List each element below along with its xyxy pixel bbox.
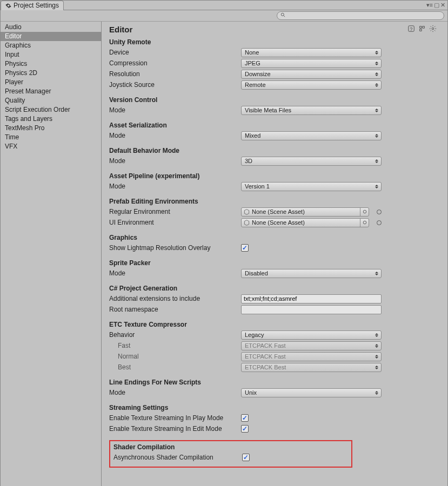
label-etc-behavior: Behavior [109,331,241,339]
section-default-behavior: Default Behavior Mode [109,147,440,154]
checkbox-stream-play[interactable] [241,414,249,422]
dropdown-value: Version 1 [245,183,270,190]
dropdown-lineendings-mode[interactable]: Unix [241,388,382,397]
chevron-updown-icon [375,109,379,112]
dropdown-behavior-mode[interactable]: 3D [241,157,382,166]
section-sprite-packer: Sprite Packer [109,259,440,267]
checkbox-stream-edit[interactable] [241,425,249,433]
checkbox-lightmap-overlay[interactable] [241,244,249,252]
highlight-shader-compilation: Shader Compilation Asynchronous Shader C… [109,440,352,468]
dropdown-value: ETCPACK Best [245,364,286,370]
checkbox-async-shader[interactable] [242,454,250,461]
sidebar-item-physics[interactable]: Physics [1,59,101,69]
search-input[interactable] [286,12,440,19]
label-stream-play: Enable Texture Streaming In Play Mode [109,414,241,422]
window-controls: ▾≡ ▢ ✕ [426,2,447,8]
dropdown-joystick[interactable]: Remote [241,80,382,90]
dropdown-etc-best task: ETCPACK Best [241,363,382,372]
chevron-updown-icon [375,72,379,76]
input-extensions[interactable] [241,294,382,303]
settings-panel: Editor ? Unity Remote Device None Compre… [102,22,447,486]
dropdown-resolution[interactable]: Downsize [241,70,382,79]
dropdown-vc-mode[interactable]: Visible Meta Files [241,106,382,115]
objectfield-regular-env[interactable]: None (Scene Asset) [241,207,369,217]
label-root-namespace: Root namespace [109,306,241,313]
chevron-updown-icon [375,159,379,163]
project-settings-window: Project Settings ▾≡ ▢ ✕ AudioEditorGraph… [0,0,448,486]
sidebar-item-vfx[interactable]: VFX [1,142,101,151]
presets-icon[interactable] [418,25,426,34]
dropdown-icon[interactable]: ▾≡ [426,2,433,8]
label-etc-best: Best [109,363,241,371]
object-picker-icon[interactable] [360,208,369,216]
unity-icon [244,209,250,215]
chevron-updown-icon [375,391,379,395]
objectfield-value: None (Scene Asset) [252,219,305,226]
dropdown-value: Disabled [245,270,268,276]
label-ui-env: UI Environment [109,219,241,226]
label-extensions: Additional extensions to include [109,295,241,302]
section-version-control: Version Control [109,96,440,104]
input-root-namespace[interactable] [241,305,382,314]
close-icon[interactable]: ✕ [440,2,445,8]
sidebar-item-player[interactable]: Player [1,78,101,87]
header-icons: ? [407,25,440,34]
dropdown-compression[interactable]: JPEG [241,59,382,68]
dropdown-value: ETCPACK Fast [245,353,286,360]
label-stream-edit: Enable Texture Streaming In Edit Mode [109,425,241,433]
label-resolution: Resolution [109,70,241,78]
clear-icon[interactable] [377,210,382,214]
clear-icon[interactable] [377,220,382,225]
maximize-icon[interactable]: ▢ [434,2,439,8]
label-serial-mode: Mode [109,132,241,139]
search-box[interactable] [277,11,444,20]
sidebar-item-physics-2d[interactable]: Physics 2D [1,69,101,78]
settings-icon[interactable] [429,25,437,34]
search-icon [280,12,286,19]
label-lightmap-overlay: Show Lightmap Resolution Overlay [109,244,241,252]
section-shader: Shader Compilation [113,443,348,451]
dropdown-value: Unix [245,389,257,396]
dropdown-pipeline-mode[interactable]: Version 1 [241,182,382,191]
dropdown-etc-behavior[interactable]: Legacy [241,330,382,340]
unity-icon [244,220,250,226]
sidebar-item-preset-manager[interactable]: Preset Manager [1,87,101,96]
dropdown-sprite-mode[interactable]: Disabled [241,269,382,278]
dropdown-value: Downsize [245,71,271,77]
dropdown-value: JPEG [245,60,260,66]
sidebar-item-quality[interactable]: Quality [1,96,101,105]
svg-point-4 [432,28,434,30]
sidebar-item-tags-and-layers[interactable]: Tags and Layers [1,114,101,124]
window-tab[interactable]: Project Settings [1,1,64,10]
sidebar-item-time[interactable]: Time [1,133,101,142]
label-sprite-mode: Mode [109,269,241,277]
chevron-updown-icon [375,185,379,188]
svg-point-5 [363,210,366,213]
sidebar-item-textmesh-pro[interactable]: TextMesh Pro [1,124,101,133]
sidebar-item-input[interactable]: Input [1,50,101,59]
dropdown-serial-mode[interactable]: Mixed [241,131,382,140]
dropdown-value: ETCPACK Fast [245,342,286,349]
sidebar-item-script-execution-order[interactable]: Script Execution Order [1,105,101,114]
objectfield-ui-env[interactable]: None (Scene Asset) [241,218,369,227]
label-etc-fast: Fast [109,342,241,349]
chevron-updown-icon [375,51,379,55]
svg-line-1 [284,16,285,17]
sidebar-item-graphics[interactable]: Graphics [1,41,101,50]
dropdown-value: 3D [245,158,252,164]
dropdown-device[interactable]: None [241,48,382,57]
sidebar-item-audio[interactable]: Audio [1,23,101,32]
section-unity-remote: Unity Remote [109,38,440,46]
search-row [1,10,447,22]
label-compression: Compression [109,59,241,67]
dropdown-value: Legacy [245,332,264,338]
object-picker-icon[interactable] [360,219,369,227]
sidebar-item-editor[interactable]: Editor [1,32,101,41]
section-line-endings: Line Endings For New Scripts [109,379,440,386]
section-asset-pipeline: Asset Pipeline (experimental) [109,172,440,180]
svg-point-0 [281,13,284,16]
label-lineendings-mode: Mode [109,389,241,396]
label-behavior-mode: Mode [109,157,241,165]
dropdown-value: Remote [245,82,266,88]
help-icon[interactable]: ? [407,25,415,34]
